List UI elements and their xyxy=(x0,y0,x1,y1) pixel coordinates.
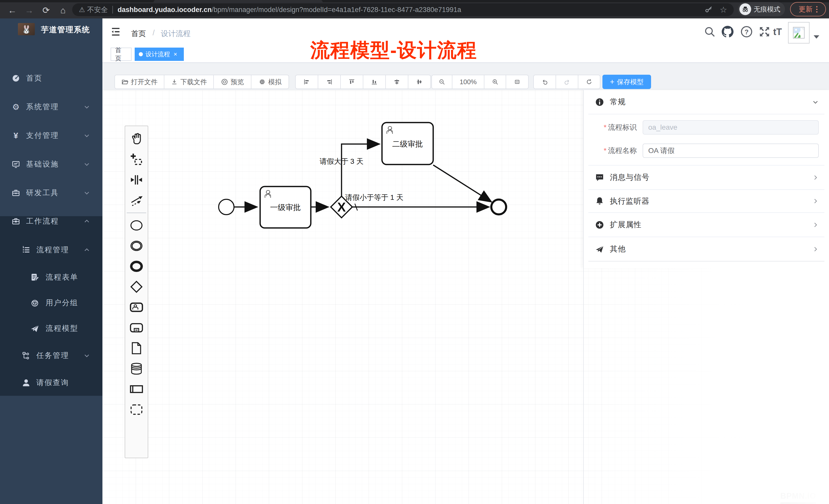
properties-panel: 常规 * 流程标识 oa_leave * 流程名称 OA 请假 消息与信号 执行… xyxy=(583,90,829,268)
flow-task2-to-end[interactable] xyxy=(433,165,491,201)
field-label: 流程标识 xyxy=(608,122,637,132)
zoom-level[interactable]: 100% xyxy=(453,75,484,88)
breadcrumb-home[interactable]: 首页 xyxy=(131,29,146,39)
end-event[interactable] xyxy=(491,200,506,215)
chevron-down-icon xyxy=(83,104,90,110)
redo-button[interactable] xyxy=(556,75,578,88)
start-event[interactable] xyxy=(219,199,234,215)
section-messages[interactable]: 消息与信号 xyxy=(584,165,829,189)
save-label: 保存模型 xyxy=(617,78,644,86)
sidebar-item-user-group[interactable]: 用户分组 xyxy=(0,289,102,316)
browser-chrome: ← → ⟳ ⌂ ⚠不安全 dashboard.yudao.iocoder.cn/… xyxy=(0,0,829,18)
preview-button[interactable]: 预览 xyxy=(214,75,251,88)
section-listeners[interactable]: 执行监听器 xyxy=(584,190,829,212)
user-task-level2[interactable]: 二级审批 xyxy=(382,122,433,164)
caret-down-icon[interactable] xyxy=(814,35,819,41)
browser-reload-button[interactable]: ⟳ xyxy=(40,5,52,16)
fullscreen-icon[interactable] xyxy=(758,26,771,38)
user-task-level1[interactable]: 一级审批 xyxy=(260,187,311,228)
required-marker: * xyxy=(604,147,607,155)
flow-gateway-to-task2[interactable] xyxy=(341,144,379,196)
browser-back-button[interactable]: ← xyxy=(7,5,18,16)
sidebar-item-payment[interactable]: ¥ 支付管理 xyxy=(0,122,102,149)
send-icon xyxy=(595,244,604,254)
tag-design-process[interactable]: 设计流程 × xyxy=(135,48,184,61)
align-top-button[interactable] xyxy=(341,75,363,88)
browser-tab-strip xyxy=(0,0,829,2)
sidebar-item-system[interactable]: ⚙ 系统管理 xyxy=(0,93,102,120)
browser-home-button[interactable]: ⌂ xyxy=(57,5,69,16)
key-icon[interactable] xyxy=(704,5,713,14)
incognito-badge: 无痕模式 xyxy=(738,2,785,16)
zoom-out-button[interactable] xyxy=(432,75,453,88)
sidebar-item-process-form[interactable]: 流程表单 xyxy=(0,264,102,290)
browser-forward-button[interactable]: → xyxy=(24,5,35,16)
section-other[interactable]: 其他 xyxy=(584,237,829,261)
font-size-icon[interactable]: tT xyxy=(773,27,782,37)
search-icon[interactable] xyxy=(704,26,716,38)
section-general[interactable]: 常规 xyxy=(584,90,829,114)
browser-active-tab[interactable] xyxy=(154,0,323,2)
file-button-group: 打开文件 下载文件 预览 模拟 xyxy=(114,75,289,89)
download-file-button[interactable]: 下载文件 xyxy=(165,75,214,88)
simulate-button[interactable]: 模拟 xyxy=(251,75,289,88)
help-icon[interactable]: ? xyxy=(741,26,753,38)
address-bar[interactable]: ⚠不安全 dashboard.yudao.iocoder.cn/bpm/mana… xyxy=(72,3,734,16)
sidebar-collapse-icon[interactable] xyxy=(110,26,121,37)
section-extensions[interactable]: 扩展属性 xyxy=(584,213,829,237)
align-center-v-button[interactable] xyxy=(408,75,430,88)
zoom-in-icon xyxy=(492,79,499,85)
sidebar-item-label: 流程表单 xyxy=(45,272,78,282)
form-edit-icon xyxy=(30,273,39,282)
zoom-in-button[interactable] xyxy=(484,75,506,88)
annotation-title: 流程模型-设计流程 xyxy=(310,37,477,64)
sidebar-item-infra[interactable]: 基础设施 xyxy=(0,151,102,178)
process-key-input[interactable]: oa_leave xyxy=(643,120,819,134)
panel-bottom-border xyxy=(588,261,824,262)
sidebar-item-label: 工作流程 xyxy=(26,216,59,226)
browser-update-button[interactable]: 更新 xyxy=(790,2,826,16)
open-file-button[interactable]: 打开文件 xyxy=(115,75,165,88)
align-center-v-icon xyxy=(416,79,423,85)
active-dot xyxy=(139,52,143,56)
align-center-h-button[interactable] xyxy=(386,75,408,88)
flow-label-lte1[interactable]: 请假小于等于 1 天 xyxy=(345,193,403,201)
close-icon[interactable]: × xyxy=(174,51,177,58)
flow-label-gt3[interactable]: 请假大于 3 天 xyxy=(320,157,363,165)
tasks-tree-icon xyxy=(22,351,31,360)
sidebar-item-process-model[interactable]: 流程模型 xyxy=(0,315,102,342)
sidebar-item-leave-query[interactable]: 请假查询 xyxy=(0,370,102,396)
align-right-button[interactable] xyxy=(318,75,341,88)
field-process-name: * 流程名称 OA 请假 xyxy=(584,144,829,158)
preview-eye-icon xyxy=(221,78,228,85)
zoom-reset-button[interactable] xyxy=(506,75,528,88)
process-name-input[interactable]: OA 请假 xyxy=(643,144,819,158)
security-indicator[interactable]: ⚠不安全 xyxy=(79,5,108,14)
sidebar-item-task-mgmt[interactable]: 任务管理 xyxy=(0,342,102,369)
bell-icon xyxy=(595,196,604,206)
sidebar-item-home[interactable]: 首页 xyxy=(0,65,102,91)
restart-button[interactable] xyxy=(578,75,600,88)
message-icon xyxy=(595,173,604,182)
chevron-right-icon xyxy=(812,198,819,204)
sidebar-item-devtools[interactable]: 研发工具 xyxy=(0,180,102,206)
breadcrumb-separator: / xyxy=(153,29,155,37)
undo-icon xyxy=(541,79,548,85)
sidebar-item-label: 用户分组 xyxy=(45,298,78,308)
bookmark-star-icon[interactable]: ☆ xyxy=(720,5,727,14)
save-model-button[interactable]: + 保存模型 xyxy=(603,75,651,89)
sidebar-logo-row[interactable]: 🐰 芋道管理系统 xyxy=(0,22,102,41)
align-left-button[interactable] xyxy=(296,75,318,88)
chevron-right-icon xyxy=(812,246,819,253)
undo-button[interactable] xyxy=(534,75,556,88)
github-icon[interactable] xyxy=(721,26,734,38)
avatar[interactable] xyxy=(788,22,809,43)
sidebar-item-process-mgmt[interactable]: 流程管理 xyxy=(0,237,102,263)
align-bottom-button[interactable] xyxy=(363,75,386,88)
group-face-icon xyxy=(30,298,39,308)
restart-icon xyxy=(586,79,592,85)
sidebar-item-workflow[interactable]: 工作流程 xyxy=(0,208,102,235)
section-label: 其他 xyxy=(610,244,626,254)
browser-menu-icon[interactable] xyxy=(816,9,818,10)
tag-home[interactable]: 首页 xyxy=(111,48,132,61)
